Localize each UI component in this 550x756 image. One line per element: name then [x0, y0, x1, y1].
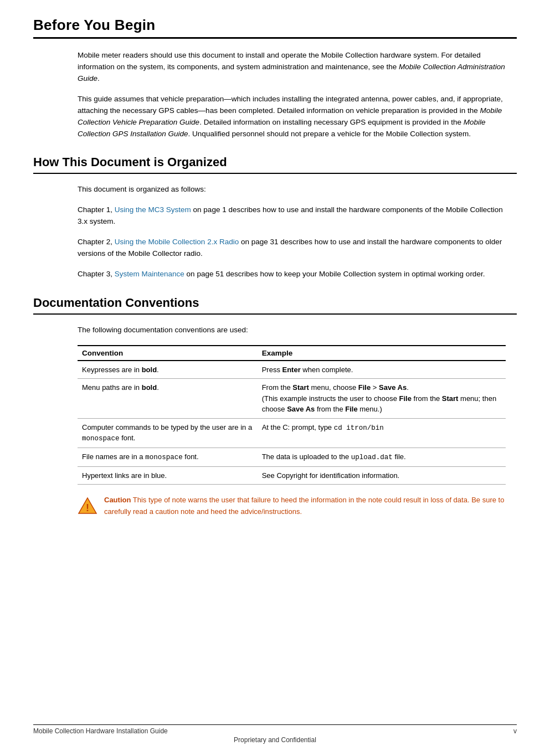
convention-cell-1: Keypresses are in bold.	[78, 361, 258, 379]
col-header-example: Example	[258, 346, 506, 361]
conventions-intro: The following documentation conventions …	[78, 325, 506, 336]
caution-label: Caution	[104, 496, 131, 504]
convention-cell-4: File names are in a monospace font.	[78, 448, 258, 467]
example-cell-3: At the C: prompt, type cd itron/bin	[258, 418, 506, 448]
page-footer: Mobile Collection Hardware Installation …	[0, 724, 550, 744]
table-row: Hypertext links are in blue. See Copyrig…	[78, 466, 506, 485]
title-rule	[33, 37, 517, 39]
svg-text:!: !	[86, 502, 89, 513]
table-row: Menu paths are in bold. From the Start m…	[78, 379, 506, 419]
conventions-table: Convention Example Keypresses are in bol…	[78, 345, 506, 485]
caution-text: Caution This type of note warns the user…	[104, 495, 506, 517]
table-row: File names are in a monospace font. The …	[78, 448, 506, 467]
example-cell-5: See Copyright for identification informa…	[258, 466, 506, 485]
convention-cell-5: Hypertext links are in blue.	[78, 466, 258, 485]
section-organized-rule	[33, 173, 517, 174]
caution-box: ! Caution This type of note warns the us…	[78, 495, 506, 517]
chapter-2-para: Chapter 2, Using the Mobile Collection 2…	[78, 236, 506, 260]
caution-body: This type of note warns the user that fa…	[104, 496, 504, 515]
caution-icon: !	[78, 496, 97, 516]
footer-right: v	[513, 727, 517, 735]
example-cell-4: The data is uploaded to the upload.dat f…	[258, 448, 506, 467]
section-conventions-heading: Documentation Conventions	[33, 296, 517, 310]
footer-rule	[33, 724, 517, 725]
footer-left: Mobile Collection Hardware Installation …	[33, 727, 168, 735]
convention-cell-2: Menu paths are in bold.	[78, 379, 258, 419]
convention-cell-3: Computer commands to be typed by the use…	[78, 418, 258, 448]
chapter-2-link[interactable]: Using the Mobile Collection 2.x Radio	[115, 238, 239, 246]
footer-center: Proprietary and Confidential	[0, 736, 550, 744]
chapter-3-para: Chapter 3, System Maintenance on page 51…	[78, 269, 506, 280]
page-title: Before You Begin	[33, 17, 517, 34]
section-conventions-content: The following documentation conventions …	[78, 325, 506, 517]
section-organized-content: This document is organized as follows: C…	[78, 184, 506, 280]
chapter-1-para: Chapter 1, Using the MC3 System on page …	[78, 204, 506, 228]
table-row: Keypresses are in bold. Press Enter when…	[78, 361, 506, 379]
chapter-1-link[interactable]: Using the MC3 System	[115, 205, 191, 214]
intro-paragraph-1: Mobile meter readers should use this doc…	[78, 50, 506, 85]
page-body: Before You Begin Mobile meter readers sh…	[0, 0, 550, 556]
intro-paragraph-2: This guide assumes that vehicle preparat…	[78, 94, 506, 140]
table-row: Computer commands to be typed by the use…	[78, 418, 506, 448]
footer-row: Mobile Collection Hardware Installation …	[0, 727, 550, 735]
intro-section: Mobile meter readers should use this doc…	[78, 50, 506, 140]
example-cell-1: Press Enter when complete.	[258, 361, 506, 379]
example-cell-2: From the Start menu, choose File > Save …	[258, 379, 506, 419]
section-organized-heading: How This Document is Organized	[33, 155, 517, 169]
chapter-3-link[interactable]: System Maintenance	[115, 270, 184, 278]
col-header-convention: Convention	[78, 346, 258, 361]
section-conventions-rule	[33, 313, 517, 315]
section-organized-intro: This document is organized as follows:	[78, 184, 506, 196]
